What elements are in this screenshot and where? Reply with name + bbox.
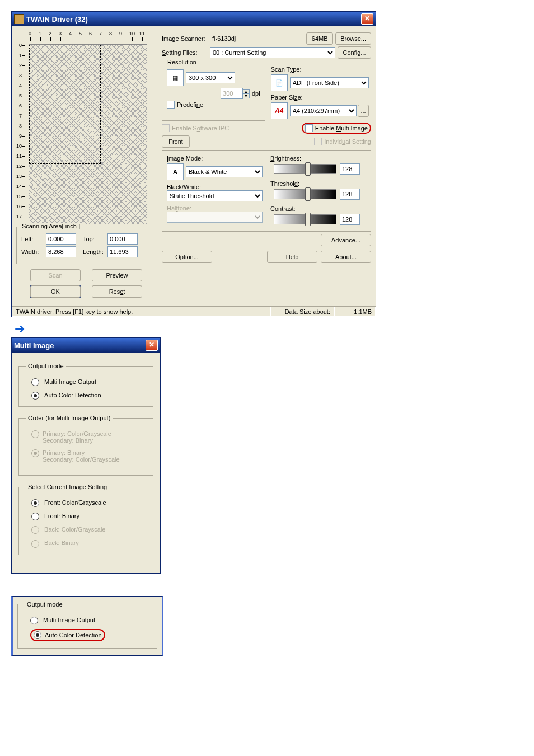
- selection-rect[interactable]: [29, 45, 101, 164]
- contrast-slider[interactable]: [274, 214, 336, 224]
- auto-color-detection-highlight: Auto Color Detection: [30, 629, 105, 641]
- titlebar: TWAIN Driver (32) ✕: [12, 12, 376, 26]
- output-mode-group-frag: Output mode Multi Image Output Auto Colo…: [17, 601, 157, 649]
- individual-setting-checkbox: [314, 138, 322, 145]
- about-button[interactable]: About...: [321, 251, 371, 263]
- paper-size-browse[interactable]: ...: [358, 105, 369, 117]
- halftone-select: [167, 212, 263, 223]
- scan-type-select[interactable]: ADF (Front Side): [290, 77, 369, 88]
- paper-size-select[interactable]: A4 (210x297mm): [290, 105, 357, 116]
- multi-image-window: Multi Image ✕ Output mode Multi Image Ou…: [11, 337, 161, 574]
- output-mode-fragment: Output mode Multi Image Output Auto Colo…: [11, 596, 163, 656]
- ok-button[interactable]: OK: [30, 285, 81, 298]
- radio-order-primary-binary: [31, 449, 39, 457]
- dpi-input: [221, 88, 243, 99]
- vertical-ruler: 0 1 2 3 4 5 6 7 8 9 10 11 12 13 14 15 16: [16, 44, 29, 224]
- twain-driver-window: TWAIN Driver (32) ✕ 0 1 2 3 4 5 6 7 8 9 …: [11, 11, 376, 317]
- reset-button[interactable]: Reset: [92, 285, 142, 298]
- enable-multi-image-highlight: Enable Multi Image: [302, 123, 371, 134]
- image-scanner-label: Image Scanner:: [162, 35, 212, 42]
- close-icon[interactable]: ✕: [361, 13, 373, 25]
- brightness-input[interactable]: [340, 163, 360, 175]
- scan-type-label: Scan Type:: [271, 66, 302, 73]
- radio-order-primary-color: [31, 430, 39, 438]
- status-size-label: Data Size about:: [270, 307, 334, 317]
- close-icon[interactable]: ✕: [146, 340, 158, 351]
- dpi-spinner[interactable]: ▲▼: [242, 89, 250, 98]
- status-size-value: 1.1MB: [334, 307, 376, 317]
- select-current-group: Select Current Image Setting Front: Colo…: [18, 483, 153, 555]
- a4-icon: A4: [271, 102, 288, 119]
- horizontal-ruler: 0 1 2 3 4 5 6 7 8 9 10 11: [29, 31, 156, 44]
- preview-canvas[interactable]: [29, 44, 147, 224]
- image-settings-group: Image Mode: A Black & White Black/White:…: [162, 150, 371, 232]
- preview-button[interactable]: Preview: [92, 269, 142, 281]
- scan-button[interactable]: Scan: [30, 269, 81, 281]
- output-mode-group: Output mode Multi Image Output Auto Colo…: [18, 363, 153, 407]
- radio-auto-color-detection-frag[interactable]: [34, 631, 41, 639]
- setting-files-select[interactable]: 00 : Current Setting: [210, 47, 335, 58]
- app-icon: [14, 14, 24, 24]
- contrast-input[interactable]: [340, 214, 360, 225]
- radio-auto-color-detection[interactable]: [31, 392, 39, 400]
- window-title: TWAIN Driver (32): [26, 15, 88, 24]
- radio-back-color: [31, 526, 39, 534]
- threshold-slider[interactable]: [274, 189, 336, 199]
- browse-button[interactable]: Browse...: [335, 32, 371, 45]
- resolution-select[interactable]: 300 x 300: [186, 72, 235, 83]
- enable-multi-image-checkbox[interactable]: [305, 124, 313, 132]
- front-button[interactable]: Front: [162, 135, 190, 148]
- brightness-slider[interactable]: [274, 164, 336, 174]
- image-mode-select[interactable]: Black & White: [186, 166, 263, 177]
- width-input[interactable]: [46, 246, 76, 257]
- resolution-group: Resolution ▦ 300 x 300 ▲▼ dpi P: [162, 63, 265, 121]
- radio-multi-image-output-frag[interactable]: [30, 617, 38, 624]
- order-group: Order (for Multi Image Output) Primary: …: [18, 415, 153, 476]
- threshold-input[interactable]: [340, 189, 360, 200]
- resolution-icon: ▦: [167, 69, 184, 86]
- advance-button[interactable]: Advance...: [321, 234, 371, 246]
- option-button[interactable]: Option...: [162, 251, 212, 263]
- radio-front-color[interactable]: [31, 499, 39, 507]
- image-scanner-value: fi-6130dj: [212, 35, 306, 42]
- arrow-icon: ➔: [15, 322, 534, 336]
- left-input[interactable]: [46, 233, 76, 245]
- predefine-checkbox[interactable]: [167, 101, 175, 109]
- status-help-text: TWAIN driver. Press [F1] key to show hel…: [12, 307, 270, 317]
- black-white-select[interactable]: Static Threshold: [167, 190, 263, 201]
- adf-icon: 📄: [271, 74, 288, 91]
- multi-image-titlebar: Multi Image ✕: [12, 338, 160, 353]
- length-input[interactable]: [107, 246, 138, 257]
- config-button[interactable]: Config...: [338, 46, 371, 59]
- help-button[interactable]: Help: [267, 251, 317, 263]
- radio-back-binary: [31, 540, 39, 548]
- radio-front-binary[interactable]: [31, 513, 39, 520]
- paper-size-label: Paper Size:: [271, 94, 303, 101]
- enable-ipc-checkbox: [162, 124, 170, 132]
- statusbar: TWAIN driver. Press [F1] key to show hel…: [12, 306, 376, 317]
- image-mode-icon: A: [167, 163, 184, 180]
- multi-image-title: Multi Image: [14, 341, 54, 350]
- mem-badge: 64MB: [306, 32, 333, 45]
- scanning-area-group: Scanning Area[ inch ] Left: Top: Width: …: [16, 227, 156, 264]
- radio-multi-image-output[interactable]: [31, 378, 39, 386]
- top-input[interactable]: [107, 233, 138, 245]
